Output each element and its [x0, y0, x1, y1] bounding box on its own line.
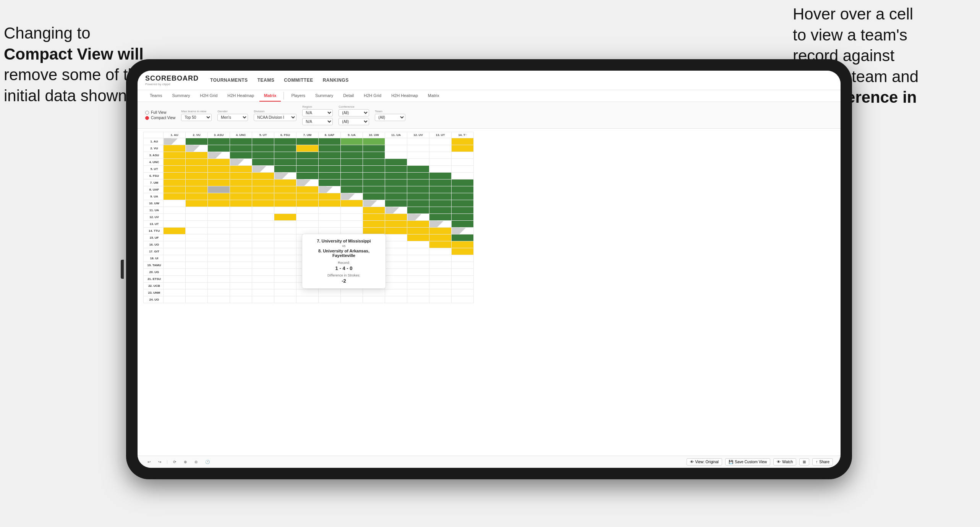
cell-r7-c2[interactable] — [208, 186, 230, 193]
cell-r11-c13[interactable] — [452, 214, 474, 221]
cell-r18-c3[interactable] — [230, 262, 252, 269]
cell-r16-c0[interactable] — [164, 248, 186, 255]
cell-r23-c0[interactable] — [164, 296, 186, 303]
cell-r15-c5[interactable] — [274, 241, 296, 248]
cell-r11-c1[interactable] — [186, 214, 208, 221]
cell-r3-c4[interactable] — [252, 159, 274, 166]
cell-r4-c0[interactable] — [164, 166, 186, 173]
cell-r14-c1[interactable] — [186, 234, 208, 241]
division-select[interactable]: NCAA Division I — [254, 114, 296, 121]
cell-r15-c13[interactable] — [452, 241, 474, 248]
region-select-2[interactable]: N/A — [302, 118, 333, 125]
cell-r8-c3[interactable] — [230, 193, 252, 200]
cell-r23-c12[interactable] — [429, 296, 452, 303]
cell-r21-c5[interactable] — [274, 283, 296, 289]
cell-r9-c9[interactable] — [363, 200, 385, 207]
cell-r20-c11[interactable] — [407, 276, 429, 283]
cell-r5-c9[interactable] — [363, 173, 385, 179]
cell-r6-c7[interactable] — [319, 179, 341, 186]
cell-r2-c3[interactable] — [230, 152, 252, 159]
cell-r11-c2[interactable] — [208, 214, 230, 221]
cell-r8-c4[interactable] — [252, 193, 274, 200]
cell-r8-c10[interactable] — [385, 193, 407, 200]
cell-r1-c12[interactable] — [429, 145, 452, 152]
cell-r21-c4[interactable] — [252, 283, 274, 289]
compact-view-radio[interactable] — [145, 116, 149, 120]
save-custom-button[interactable]: 💾 Save Custom View — [725, 458, 770, 466]
cell-r9-c2[interactable] — [208, 200, 230, 207]
cell-r12-c10[interactable] — [385, 221, 407, 228]
cell-r21-c0[interactable] — [164, 283, 186, 289]
cell-r22-c12[interactable] — [429, 289, 452, 296]
nav-rankings[interactable]: RANKINGS — [323, 76, 349, 85]
cell-r0-c4[interactable] — [252, 138, 274, 145]
cell-r6-c8[interactable] — [341, 179, 363, 186]
cell-r11-c6[interactable] — [296, 214, 319, 221]
cell-r7-c4[interactable] — [252, 186, 274, 193]
cell-r9-c6[interactable] — [296, 200, 319, 207]
cell-r9-c11[interactable] — [407, 200, 429, 207]
cell-r15-c3[interactable] — [230, 241, 252, 248]
nav-teams[interactable]: TEAMS — [258, 76, 275, 85]
cell-r18-c10[interactable] — [385, 262, 407, 269]
cell-r23-c2[interactable] — [208, 296, 230, 303]
cell-r4-c7[interactable] — [319, 166, 341, 173]
cell-r10-c7[interactable] — [319, 207, 341, 214]
cell-r2-c13[interactable] — [452, 152, 474, 159]
cell-r22-c8[interactable] — [341, 289, 363, 296]
cell-r18-c5[interactable] — [274, 262, 296, 269]
cell-r6-c0[interactable] — [164, 179, 186, 186]
cell-r3-c5[interactable] — [274, 159, 296, 166]
cell-r1-c11[interactable] — [407, 145, 429, 152]
cell-r22-c10[interactable] — [385, 289, 407, 296]
cell-r12-c2[interactable] — [208, 221, 230, 228]
cell-r4-c13[interactable] — [452, 166, 474, 173]
cell-r6-c13[interactable] — [452, 179, 474, 186]
cell-r7-c11[interactable] — [407, 186, 429, 193]
cell-r3-c8[interactable] — [341, 159, 363, 166]
cell-r17-c1[interactable] — [186, 255, 208, 262]
cell-r12-c6[interactable] — [296, 221, 319, 228]
cell-r21-c1[interactable] — [186, 283, 208, 289]
cell-r10-c13[interactable] — [452, 207, 474, 214]
cell-r7-c12[interactable] — [429, 186, 452, 193]
cell-r23-c8[interactable] — [341, 296, 363, 303]
cell-r22-c11[interactable] — [407, 289, 429, 296]
cell-r1-c2[interactable] — [208, 145, 230, 152]
cell-r1-c5[interactable] — [274, 145, 296, 152]
cell-r17-c10[interactable] — [385, 255, 407, 262]
cell-r10-c8[interactable] — [341, 207, 363, 214]
tab-h2h-grid-left[interactable]: H2H Grid — [195, 90, 222, 102]
cell-r17-c11[interactable] — [407, 255, 429, 262]
cell-r3-c13[interactable] — [452, 159, 474, 166]
cell-r8-c0[interactable] — [164, 193, 186, 200]
cell-r21-c10[interactable] — [385, 283, 407, 289]
region-select-1[interactable]: N/A — [302, 109, 333, 116]
cell-r11-c4[interactable] — [252, 214, 274, 221]
cell-r23-c4[interactable] — [252, 296, 274, 303]
cell-r9-c7[interactable] — [319, 200, 341, 207]
cell-r18-c12[interactable] — [429, 262, 452, 269]
cell-r5-c8[interactable] — [341, 173, 363, 179]
cell-r3-c7[interactable] — [319, 159, 341, 166]
cell-r22-c0[interactable] — [164, 289, 186, 296]
cell-r17-c4[interactable] — [252, 255, 274, 262]
cell-r2-c0[interactable] — [164, 152, 186, 159]
cell-r1-c9[interactable] — [363, 145, 385, 152]
cell-r2-c10[interactable] — [385, 152, 407, 159]
cell-r13-c6[interactable] — [296, 228, 319, 234]
cell-r0-c7[interactable] — [319, 138, 341, 145]
cell-r5-c3[interactable] — [230, 173, 252, 179]
cell-r7-c5[interactable] — [274, 186, 296, 193]
cell-r13-c13[interactable] — [452, 228, 474, 234]
cell-r6-c5[interactable] — [274, 179, 296, 186]
cell-r11-c11[interactable] — [407, 214, 429, 221]
cell-r1-c0[interactable] — [164, 145, 186, 152]
cell-r16-c13[interactable] — [452, 248, 474, 255]
cell-r12-c12[interactable] — [429, 221, 452, 228]
cell-r10-c10[interactable] — [385, 207, 407, 214]
nav-committee[interactable]: COMMITTEE — [284, 76, 313, 85]
cell-r17-c2[interactable] — [208, 255, 230, 262]
cell-r22-c13[interactable] — [452, 289, 474, 296]
cell-r1-c1[interactable] — [186, 145, 208, 152]
